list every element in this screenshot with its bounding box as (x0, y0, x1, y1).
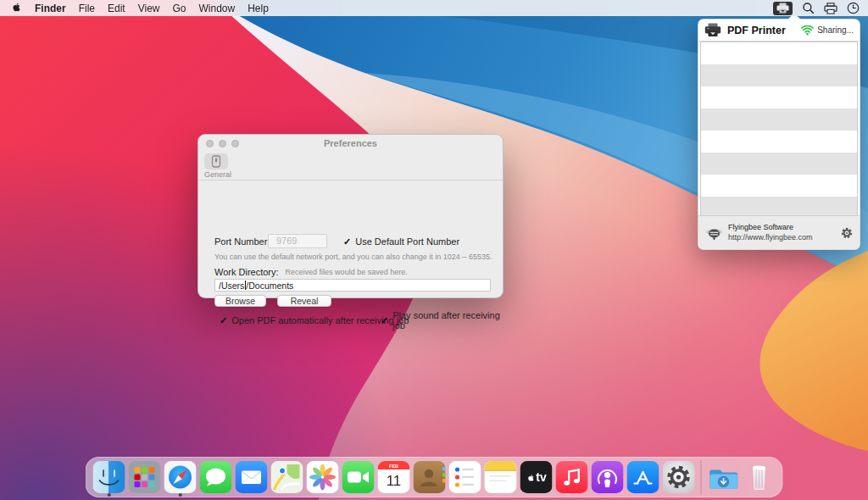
dock-item-contacts[interactable] (412, 457, 448, 497)
dock-item-system-preferences[interactable] (661, 457, 697, 497)
company-url[interactable]: http://www.flyingbee.com (728, 233, 813, 242)
window-toolbar: General (198, 152, 503, 181)
window-titlebar[interactable]: Preferences (198, 135, 503, 152)
pdf-printer-menu-icon[interactable] (773, 2, 793, 15)
print-job-list[interactable] (700, 42, 858, 217)
dock: FEB 11 (86, 457, 783, 497)
menu-item-finder[interactable]: Finder (35, 3, 66, 14)
menu-item-window[interactable]: Window (199, 3, 236, 14)
job-row (701, 197, 857, 217)
printer-icon[interactable] (824, 2, 837, 14)
calendar-day: 11 (387, 473, 402, 489)
dock-item-maps[interactable] (270, 457, 305, 497)
port-hint-text: You can use the default network port, an… (214, 253, 492, 261)
work-directory-hint: Received files would be saved here. (286, 268, 408, 276)
dock-item-notes[interactable] (483, 457, 519, 497)
job-row (701, 131, 857, 153)
dock-item-photos[interactable] (305, 457, 341, 497)
company-name: Flyingbee Software (728, 223, 813, 232)
menu-item-help[interactable]: Help (248, 3, 269, 14)
dock-item-trash[interactable] (742, 457, 777, 497)
job-row (701, 175, 857, 197)
play-sound-label: Play sound after receiving job (392, 310, 503, 331)
general-switches-icon (211, 155, 221, 168)
path-text-after-caret: /Documents (246, 281, 293, 291)
window-title: Preferences (198, 138, 503, 148)
window-content: Port Number: 9769 ✓ Use Default Port Num… (198, 181, 503, 297)
menu-item-view[interactable]: View (138, 3, 160, 14)
dock-item-finder[interactable] (92, 457, 127, 497)
desktop: Finder File Edit View Go Window Help (0, 0, 868, 500)
toolbar-item-general[interactable]: General (204, 153, 228, 179)
path-text-before-caret: /Users (219, 281, 244, 291)
wifi-sharing-icon (801, 25, 814, 36)
play-sound-checkbox[interactable]: ✓ Play sound after receiving job (381, 314, 503, 326)
browse-button[interactable]: Browse (214, 295, 266, 307)
popover-title: PDF Printer (727, 25, 786, 36)
checkmark-icon: ✓ (220, 315, 227, 326)
running-indicator (179, 493, 182, 497)
menu-item-edit[interactable]: Edit (108, 3, 125, 14)
sharing-status: Sharing... (817, 25, 854, 35)
printer-icon (704, 23, 721, 37)
tv-logo: tv (519, 457, 554, 497)
menu-item-file[interactable]: File (79, 3, 95, 14)
dock-item-podcasts[interactable] (590, 457, 626, 497)
dock-separator (701, 460, 702, 494)
work-directory-label: Work Directory: (214, 267, 279, 277)
reveal-button[interactable]: Reveal (277, 295, 331, 307)
popover-footer: Flyingbee Software http://www.flyingbee.… (698, 215, 860, 249)
spotlight-search-icon[interactable] (802, 2, 815, 14)
running-indicator (108, 493, 111, 497)
dock-item-facetime[interactable] (341, 457, 376, 497)
dock-item-calendar[interactable]: FEB 11 (376, 457, 412, 497)
flyingbee-logo (705, 225, 723, 242)
dock-item-reminders[interactable] (448, 457, 483, 497)
checkmark-icon: ✓ (343, 236, 351, 247)
checkmark-icon: ✓ (381, 315, 388, 326)
use-default-port-label: Use Default Port Number (355, 236, 459, 247)
dock-item-safari[interactable] (163, 457, 198, 497)
pdf-printer-popover: PDF Printer Sharing... (698, 19, 860, 250)
job-row (701, 153, 857, 175)
dock-item-launchpad[interactable] (127, 457, 163, 497)
dock-item-music[interactable] (554, 457, 590, 497)
use-default-port-checkbox[interactable]: ✓ Use Default Port Number (343, 235, 459, 248)
menu-bar: Finder File Edit View Go Window Help (0, 0, 868, 16)
preferences-window: Preferences General Port Number: 9769 ✓ … (198, 134, 504, 298)
work-directory-input[interactable]: /Users/Documents (214, 279, 491, 292)
calendar-month: FEB (389, 464, 398, 469)
dock-item-mail[interactable] (234, 457, 270, 497)
toolbar-item-label: General (204, 170, 228, 179)
dock-item-downloads[interactable] (706, 457, 742, 497)
dock-item-tv[interactable]: tv (519, 457, 554, 497)
popover-header: PDF Printer Sharing... (698, 19, 860, 42)
apple-menu-icon[interactable] (10, 0, 22, 16)
clock-icon[interactable] (847, 2, 860, 14)
menu-item-go[interactable]: Go (173, 3, 186, 14)
job-row (701, 42, 857, 64)
settings-gear-icon[interactable] (841, 227, 853, 239)
dock-item-app-store[interactable] (626, 457, 661, 497)
job-row (701, 108, 857, 131)
port-number-label: Port Number: (214, 236, 270, 247)
dock-item-messages[interactable] (198, 457, 234, 497)
job-row (701, 64, 857, 86)
port-number-field[interactable]: 9769 (268, 234, 327, 248)
job-row (701, 86, 857, 108)
